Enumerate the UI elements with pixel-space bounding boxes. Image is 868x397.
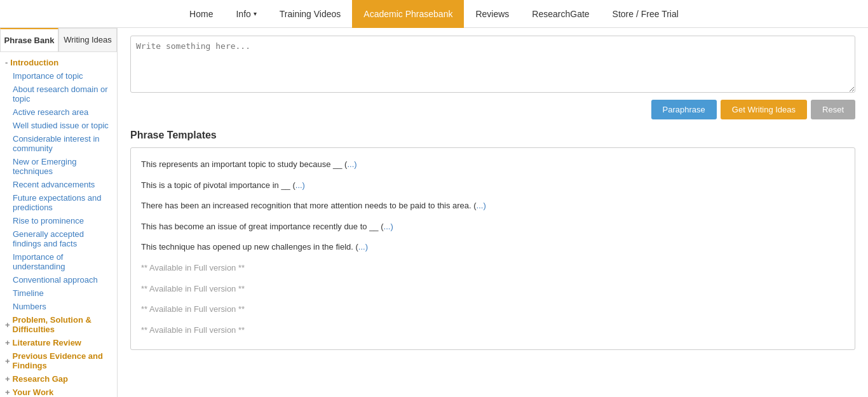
tree-section-previous-evidence-and-findings[interactable]: + Previous Evidence and Findings xyxy=(0,349,117,372)
section-label: Your Work xyxy=(13,387,54,397)
tree-item-considerable-interest-in-community[interactable]: Considerable interest in community xyxy=(0,132,117,155)
nav-item-training-videos[interactable]: Training Videos xyxy=(268,0,353,28)
info-caret-icon: ▾ xyxy=(254,10,257,17)
phrase-expand-link[interactable]: ...) xyxy=(295,180,305,190)
get-writing-ideas-button[interactable]: Get Writing Ideas xyxy=(721,100,807,119)
tree-item-importance-of-topic[interactable]: Importance of topic xyxy=(0,69,117,83)
nav-item-researchgate[interactable]: ResearchGate xyxy=(520,0,600,28)
nav-item-store--free-trial[interactable]: Store / Free Trial xyxy=(601,0,690,28)
phrase-line: ** Available in Full version ** xyxy=(141,259,844,278)
phrase-expand-link[interactable]: ...) xyxy=(358,242,368,252)
phrase-expand-link[interactable]: ...) xyxy=(477,201,486,210)
sidebar-tab-writing-ideas[interactable]: Writing Ideas xyxy=(58,28,117,51)
content-area: Paraphrase Get Writing Ideas Reset Phras… xyxy=(118,28,868,397)
section-label: Research Gap xyxy=(13,374,68,384)
sidebar-tab-phrase-bank[interactable]: Phrase Bank xyxy=(0,28,58,51)
tree-item-conventional-approach[interactable]: Conventional approach xyxy=(0,273,117,286)
phrase-line: ** Available in Full version ** xyxy=(141,321,844,340)
tree-item-timeline[interactable]: Timeline xyxy=(0,286,117,300)
tree-item-numbers[interactable]: Numbers xyxy=(0,300,117,313)
action-buttons: Paraphrase Get Writing Ideas Reset xyxy=(130,100,855,119)
sidebar: Phrase BankWriting Ideas - IntroductionI… xyxy=(0,28,118,397)
nav-item-info[interactable]: Info▾ xyxy=(224,0,268,28)
nav-item-reviews[interactable]: Reviews xyxy=(464,0,520,28)
tree-item-about-research-domain-or-topic[interactable]: About research domain or topic xyxy=(0,83,117,105)
nav-bar: HomeInfo▾Training VideosAcademic Phraseb… xyxy=(0,0,868,28)
nav-item-home[interactable]: Home xyxy=(178,0,224,28)
phrase-line: This has become an issue of great import… xyxy=(141,218,844,236)
phrase-line: ** Available in Full version ** xyxy=(141,300,844,319)
section-label: Previous Evidence and Findings xyxy=(13,351,112,370)
tree-item-future-expectations-and-predictions[interactable]: Future expectations and predictions xyxy=(0,191,117,214)
expand-icon: + xyxy=(5,338,10,347)
phrase-line: ** Available in Full version ** xyxy=(141,280,844,299)
phrase-line: There has been an increased recognition … xyxy=(141,197,844,215)
phrase-line: This technique has opened up new challen… xyxy=(141,238,844,257)
phrase-box: This represents an important topic to st… xyxy=(130,147,855,350)
tree-item-recent-advancements[interactable]: Recent advancements xyxy=(0,178,117,191)
tree-section-your-work[interactable]: + Your Work xyxy=(0,386,117,397)
write-textarea[interactable] xyxy=(130,36,855,93)
tree-item-generally-accepted-findings-and-facts[interactable]: Generally accepted findings and facts xyxy=(0,227,117,250)
phrase-expand-link[interactable]: ...) xyxy=(384,222,393,231)
reset-button[interactable]: Reset xyxy=(811,100,855,119)
tree-section-research-gap[interactable]: + Research Gap xyxy=(0,372,117,386)
expand-icon: + xyxy=(5,356,10,366)
section-label: Problem, Solution & Difficulties xyxy=(13,315,112,334)
sidebar-tabs: Phrase BankWriting Ideas xyxy=(0,28,117,52)
section-label: Introduction xyxy=(10,58,58,67)
tree-section-introduction[interactable]: - Introduction xyxy=(0,56,117,69)
nav-item-academic-phrasebank[interactable]: Academic Phrasebank xyxy=(352,0,464,28)
tree-section-literature-review[interactable]: + Literature Review xyxy=(0,336,117,349)
section-label: Literature Review xyxy=(13,338,81,347)
phrase-line: This is a topic of pivotal importance in… xyxy=(141,177,844,195)
tree-item-active-research-area[interactable]: Active research area xyxy=(0,105,117,119)
tree-item-well-studied-issue-or-topic[interactable]: Well studied issue or topic xyxy=(0,119,117,132)
tree-section-problem-solution--difficulties[interactable]: + Problem, Solution & Difficulties xyxy=(0,313,117,336)
expand-icon: + xyxy=(5,320,10,330)
tree-item-new-or-emerging-techniques[interactable]: New or Emerging techniques xyxy=(0,155,117,178)
tree-item-importance-of-understanding[interactable]: Importance of understanding xyxy=(0,250,117,273)
paraphrase-button[interactable]: Paraphrase xyxy=(651,100,717,119)
phrase-expand-link[interactable]: ...) xyxy=(347,159,356,169)
main-layout: Phrase BankWriting Ideas - IntroductionI… xyxy=(0,28,868,397)
phrase-line: This represents an important topic to st… xyxy=(141,156,844,174)
tree-item-rise-to-prominence[interactable]: Rise to prominence xyxy=(0,214,117,227)
collapse-icon: - xyxy=(5,58,8,67)
sidebar-tree: - IntroductionImportance of topicAbout r… xyxy=(0,52,117,397)
phrase-templates-title: Phrase Templates xyxy=(130,130,855,141)
expand-icon: + xyxy=(5,374,10,384)
expand-icon: + xyxy=(5,387,10,397)
